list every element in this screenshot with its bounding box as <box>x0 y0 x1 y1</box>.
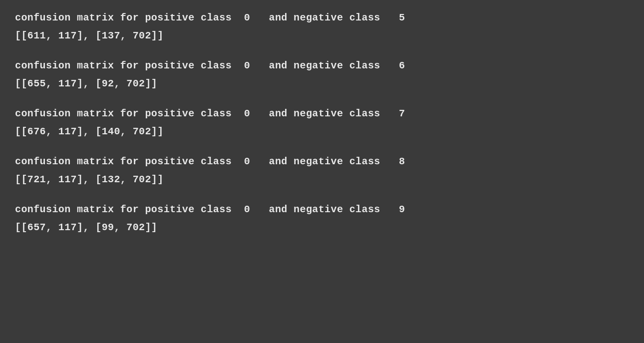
block-spacer-0 <box>15 44 629 53</box>
confusion-matrix-header-3: confusion matrix for positive class 0 an… <box>15 106 629 122</box>
confusion-matrix-block-2: confusion matrix for positive class 0 an… <box>15 58 629 101</box>
output-container: confusion matrix for positive class 0 an… <box>15 10 629 236</box>
confusion-matrix-block-3: confusion matrix for positive class 0 an… <box>15 106 629 149</box>
confusion-matrix-values-2: [[655, 117], [92, 702]] <box>15 76 629 92</box>
confusion-matrix-block-4: confusion matrix for positive class 0 an… <box>15 154 629 197</box>
block-spacer-2 <box>15 140 629 149</box>
confusion-matrix-values-5: [[657, 117], [99, 702]] <box>15 220 629 236</box>
block-spacer-3 <box>15 188 629 197</box>
confusion-matrix-values-4: [[721, 117], [132, 702]] <box>15 172 629 188</box>
confusion-matrix-block-5: confusion matrix for positive class 0 an… <box>15 202 629 236</box>
confusion-matrix-values-1: [[611, 117], [137, 702]] <box>15 28 629 44</box>
block-spacer-1 <box>15 92 629 101</box>
confusion-matrix-header-1: confusion matrix for positive class 0 an… <box>15 10 629 26</box>
confusion-matrix-header-4: confusion matrix for positive class 0 an… <box>15 154 629 170</box>
confusion-matrix-values-3: [[676, 117], [140, 702]] <box>15 124 629 140</box>
confusion-matrix-header-2: confusion matrix for positive class 0 an… <box>15 58 629 74</box>
confusion-matrix-header-5: confusion matrix for positive class 0 an… <box>15 202 629 218</box>
confusion-matrix-block-1: confusion matrix for positive class 0 an… <box>15 10 629 53</box>
